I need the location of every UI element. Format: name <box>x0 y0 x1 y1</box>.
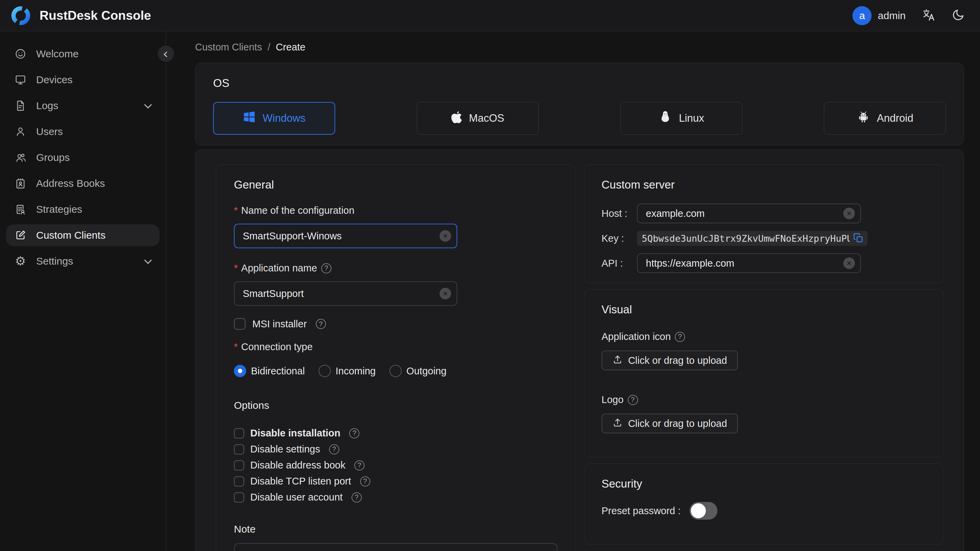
linux-tux-icon <box>659 110 672 126</box>
clear-name-icon[interactable]: × <box>439 230 451 242</box>
api-input[interactable] <box>637 253 861 273</box>
os-option-windows[interactable]: Windows <box>213 102 335 135</box>
disable-address-book-checkbox[interactable] <box>234 460 244 471</box>
preset-password-toggle[interactable] <box>689 502 718 520</box>
sidebar-item-label: Welcome <box>36 48 78 60</box>
os-option-android[interactable]: Android <box>824 102 946 135</box>
help-icon[interactable]: ? <box>316 319 326 329</box>
translate-icon <box>921 8 935 23</box>
sidebar-item-label: Settings <box>36 255 73 267</box>
api-label: API : <box>601 258 637 269</box>
clear-host-icon[interactable]: × <box>843 208 855 219</box>
sidebar-item-custom-clients[interactable]: Custom Clients <box>6 225 159 246</box>
disable-user-account-checkbox[interactable] <box>234 492 244 503</box>
radio-bidirectional[interactable]: Bidirectional <box>234 365 305 377</box>
sidebar-item-settings[interactable]: ⚙ Settings <box>6 250 159 272</box>
options-list: Disable installation ? Disable settings … <box>234 428 557 503</box>
custom-server-title: Custom server <box>601 178 926 191</box>
help-icon[interactable]: ? <box>352 492 362 503</box>
theme-toggle-button[interactable] <box>951 8 965 23</box>
security-title: Security <box>601 477 926 490</box>
breadcrumb-parent[interactable]: Custom Clients <box>195 41 262 53</box>
sidebar-item-devices[interactable]: Devices <box>6 69 159 91</box>
right-column: Custom server Host : × Key : 5Qbwsde3 <box>584 164 944 545</box>
disable-installation-checkbox[interactable] <box>234 428 244 438</box>
configuration-panel: General * Name of the configuration × * … <box>195 149 964 551</box>
logo-upload-button[interactable]: Click or drag to upload <box>601 414 738 433</box>
help-icon[interactable]: ? <box>354 460 364 471</box>
os-options: Windows MacOS <box>213 102 946 135</box>
security-card: Security Preset password : <box>584 463 944 545</box>
user-icon <box>14 126 27 138</box>
help-icon[interactable]: ? <box>628 395 638 405</box>
msi-installer-checkbox[interactable] <box>234 318 245 330</box>
upload-icon <box>612 354 623 367</box>
required-asterisk: * <box>234 205 238 216</box>
help-icon[interactable]: ? <box>349 428 360 438</box>
connection-type-options: Bidirectional Incoming Outgoing <box>234 365 557 377</box>
clear-application-name-icon[interactable]: × <box>439 288 451 299</box>
radio-icon <box>318 365 331 377</box>
chevron-left-icon <box>163 51 169 57</box>
application-name-input[interactable] <box>234 281 457 306</box>
option-disable-installation: Disable installation ? <box>234 428 557 439</box>
os-option-macos[interactable]: MacOS <box>417 102 539 135</box>
note-textarea[interactable] <box>234 543 557 551</box>
sidebar-item-label: Logs <box>36 100 58 111</box>
gear-icon: ⚙ <box>14 255 27 267</box>
sidebar-collapse-button[interactable] <box>158 46 174 62</box>
sidebar-item-welcome[interactable]: Welcome <box>6 43 159 65</box>
option-disable-user-account: Disable user account ? <box>234 492 557 503</box>
disable-settings-checkbox[interactable] <box>234 444 244 454</box>
os-panel-title: OS <box>213 77 946 90</box>
preset-password-label: Preset password : <box>601 505 681 517</box>
help-icon[interactable]: ? <box>360 476 370 487</box>
application-icon-upload-button[interactable]: Click or drag to upload <box>601 350 738 370</box>
sidebar-item-strategies[interactable]: Strategies <box>6 198 159 220</box>
toggle-knob <box>691 503 706 518</box>
options-title: Options <box>234 400 557 411</box>
custom-server-card: Custom server Host : × Key : 5Qbwsde3 <box>584 164 944 283</box>
language-button[interactable] <box>921 8 935 23</box>
file-text-icon <box>14 100 27 112</box>
os-option-label: Android <box>877 112 913 124</box>
os-option-linux[interactable]: Linux <box>620 102 742 135</box>
radio-outgoing[interactable]: Outgoing <box>390 365 447 377</box>
disable-tcp-listen-port-checkbox[interactable] <box>234 476 244 487</box>
sidebar-item-label: Devices <box>36 74 73 86</box>
user-menu[interactable]: a admin <box>853 6 906 25</box>
note-label: Note <box>234 523 557 535</box>
sidebar-item-label: Groups <box>36 152 70 163</box>
os-option-label: MacOS <box>469 112 504 124</box>
host-input[interactable] <box>637 204 861 223</box>
sidebar-item-logs[interactable]: Logs <box>6 95 159 116</box>
app-title: RustDesk Console <box>40 8 151 23</box>
radio-icon <box>390 365 402 377</box>
android-robot-icon <box>857 110 870 126</box>
option-disable-tcp-listen-port: Disable TCP listen port ? <box>234 476 557 487</box>
content-area: Custom Clients / Create OS <box>166 31 980 551</box>
sidebar-item-label: Address Books <box>36 178 105 189</box>
address-book-icon <box>14 177 27 190</box>
help-icon[interactable]: ? <box>321 263 331 274</box>
general-title: General <box>234 178 557 191</box>
radio-incoming[interactable]: Incoming <box>318 365 376 377</box>
key-label: Key : <box>601 233 637 244</box>
configuration-name-input[interactable] <box>234 224 457 248</box>
avatar: a <box>853 6 872 25</box>
api-row: API : × <box>601 253 926 273</box>
sidebar-item-groups[interactable]: Groups <box>6 147 159 169</box>
sidebar-item-users[interactable]: Users <box>6 121 159 143</box>
sidebar-item-label: Custom Clients <box>36 229 105 241</box>
main-layout: Welcome Devices <box>0 31 980 551</box>
help-icon[interactable]: ? <box>675 332 685 342</box>
connection-type-label: * Connection type <box>234 341 557 353</box>
breadcrumb-current: Create <box>276 41 305 53</box>
help-icon[interactable]: ? <box>329 444 339 454</box>
monitor-icon <box>14 74 27 86</box>
strategy-document-icon <box>14 203 27 215</box>
copy-key-button[interactable] <box>853 233 863 244</box>
sidebar-item-address-books[interactable]: Address Books <box>6 172 159 194</box>
name-field-label: * Name of the configuration <box>234 205 557 216</box>
clear-api-icon[interactable]: × <box>843 258 855 269</box>
